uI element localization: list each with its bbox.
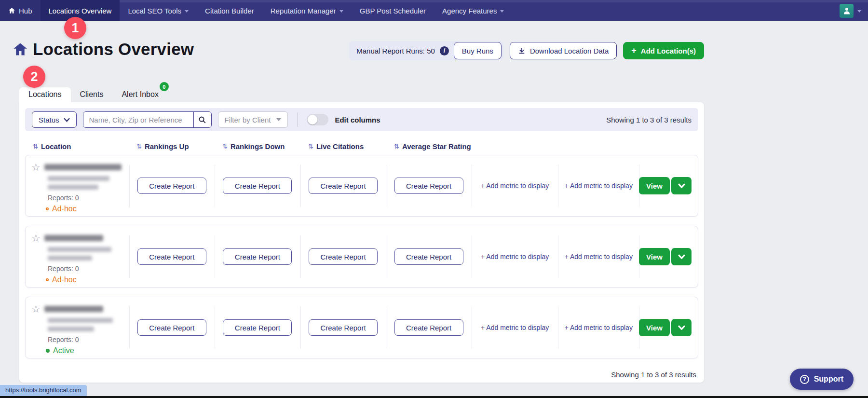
nav-item-citation-builder[interactable]: Citation Builder (197, 0, 262, 21)
search-button[interactable] (193, 112, 211, 127)
column-header-live-citations[interactable]: ⇅ Live Citations (300, 142, 386, 151)
results-summary-top: Showing 1 to 3 of 3 results (606, 116, 692, 124)
location-address-redacted (48, 318, 113, 323)
nav-item-reputation-manager[interactable]: Reputation Manager (262, 0, 352, 21)
view-button[interactable]: View (639, 319, 670, 336)
create-report-button[interactable]: Create Report (137, 319, 206, 336)
view-dropdown-button[interactable] (671, 248, 692, 265)
average-star-rating-cell: Create Report (386, 297, 472, 358)
create-report-button[interactable]: Create Report (223, 178, 292, 194)
nav-item-local-seo-tools[interactable]: Local SEO Tools (120, 0, 197, 21)
live-citations-cell: Create Report (300, 155, 386, 216)
live-citations-cell: Create Report (300, 226, 386, 287)
column-header-rankings-down[interactable]: ⇅ Rankings Down (215, 142, 300, 151)
location-cell: ☆ Reports: 0 Active (26, 297, 129, 358)
rankings-up-cell: Create Report (129, 297, 215, 358)
nav-item-hub[interactable]: Hub (0, 0, 41, 21)
location-address-redacted (48, 247, 111, 252)
metric-cell: + Add metric to display (472, 226, 558, 287)
chevron-down-icon (500, 10, 504, 13)
chevron-down-icon (185, 10, 189, 13)
location-address-redacted (48, 256, 92, 261)
create-report-button[interactable]: Create Report (394, 319, 463, 336)
location-name-redacted (44, 235, 103, 241)
nav-item-label: Local SEO Tools (128, 7, 181, 15)
view-button[interactable]: View (639, 248, 670, 265)
create-report-button[interactable]: Create Report (394, 248, 463, 265)
chevron-down-icon (678, 254, 685, 259)
divider (297, 112, 298, 127)
reports-count: Reports: 0 (48, 194, 129, 202)
favorite-star-icon[interactable]: ☆ (31, 233, 41, 243)
create-report-button[interactable]: Create Report (309, 248, 378, 265)
top-navigation: Hub Locations Overview Local SEO Tools C… (0, 0, 868, 21)
sort-icon: ⇅ (33, 143, 38, 150)
create-report-button[interactable]: Create Report (394, 178, 463, 194)
chevron-down-icon (276, 118, 281, 121)
search-input[interactable] (83, 112, 193, 127)
add-metric-link[interactable]: + Add metric to display (565, 324, 633, 331)
reports-count: Reports: 0 (48, 336, 129, 343)
status-filter-button[interactable]: Status (32, 111, 77, 128)
metric-cell: + Add metric to display (472, 155, 558, 216)
chevron-down-icon[interactable] (857, 10, 861, 13)
annotation-step-2: 2 (23, 66, 45, 88)
create-report-button[interactable]: Create Report (223, 319, 292, 336)
view-dropdown-button[interactable] (671, 177, 692, 194)
support-button[interactable]: ? Support (790, 369, 854, 390)
tab-alert-inbox[interactable]: Alert Inbox 0 (112, 87, 167, 102)
add-metric-link[interactable]: + Add metric to display (481, 324, 549, 331)
location-address-redacted (48, 185, 98, 190)
nav-item-label: Hub (19, 7, 32, 15)
buy-runs-button[interactable]: Buy Runs (454, 42, 502, 59)
chevron-down-icon (678, 325, 685, 330)
add-metric-link[interactable]: + Add metric to display (481, 182, 549, 190)
nav-item-gbp-post-scheduler[interactable]: GBP Post Scheduler (352, 0, 434, 21)
nav-item-agency-features[interactable]: Agency Features (434, 0, 512, 21)
status-dot-icon (46, 207, 49, 210)
edit-columns-toggle[interactable] (307, 114, 328, 125)
info-icon[interactable]: i (440, 46, 449, 55)
column-header-rankings-up[interactable]: ⇅ Rankings Up (129, 142, 215, 151)
status-dot-icon (46, 278, 49, 281)
manual-report-runs-pill: Manual Report Runs: 50 i Buy Runs (349, 41, 503, 60)
tab-locations[interactable]: Locations (19, 87, 71, 102)
metric-cell: + Add metric to display (558, 297, 639, 358)
view-cell: View (639, 155, 698, 216)
create-report-button[interactable]: Create Report (309, 178, 378, 194)
create-report-button[interactable]: Create Report (309, 319, 378, 336)
tab-clients[interactable]: Clients (71, 87, 113, 102)
view-dropdown-button[interactable] (671, 319, 692, 336)
add-locations-button[interactable]: + Add Location(s) (623, 42, 704, 59)
user-avatar[interactable] (840, 4, 854, 18)
search-icon (198, 116, 206, 124)
metric-cell: + Add metric to display (558, 226, 639, 287)
add-metric-link[interactable]: + Add metric to display (565, 182, 633, 190)
create-report-button[interactable]: Create Report (137, 248, 206, 265)
sort-icon: ⇅ (308, 143, 313, 150)
view-cell: View (639, 297, 698, 358)
view-button[interactable]: View (639, 177, 670, 194)
header-actions: Manual Report Runs: 50 i Buy Runs Downlo… (0, 41, 704, 60)
toggle-knob (308, 115, 317, 124)
table-row: ☆ Reports: 0 Ad-hoc Create Report Create… (25, 226, 698, 288)
create-report-button[interactable]: Create Report (137, 178, 206, 194)
add-metric-link[interactable]: + Add metric to display (481, 253, 549, 261)
rankings-up-cell: Create Report (129, 226, 215, 287)
alert-inbox-count-badge: 0 (160, 82, 169, 91)
live-citations-cell: Create Report (300, 297, 386, 358)
chevron-down-icon (678, 183, 685, 188)
filter-by-client-select[interactable]: Filter by Client (218, 111, 288, 128)
favorite-star-icon[interactable]: ☆ (31, 304, 41, 314)
add-metric-link[interactable]: + Add metric to display (565, 253, 633, 261)
create-report-button[interactable]: Create Report (223, 248, 292, 265)
status-dot-icon (46, 349, 50, 353)
favorite-star-icon[interactable]: ☆ (31, 162, 41, 172)
download-location-data-button[interactable]: Download Location Data (510, 42, 617, 59)
column-header-location[interactable]: ⇅ Location (25, 142, 129, 151)
location-address-redacted (48, 176, 109, 181)
status-badge: Ad-hoc (46, 205, 129, 213)
nav-item-label: Agency Features (442, 7, 497, 15)
column-header-average-star-rating[interactable]: ⇅ Average Star Rating (386, 142, 472, 151)
nav-item-label: GBP Post Scheduler (360, 7, 426, 15)
